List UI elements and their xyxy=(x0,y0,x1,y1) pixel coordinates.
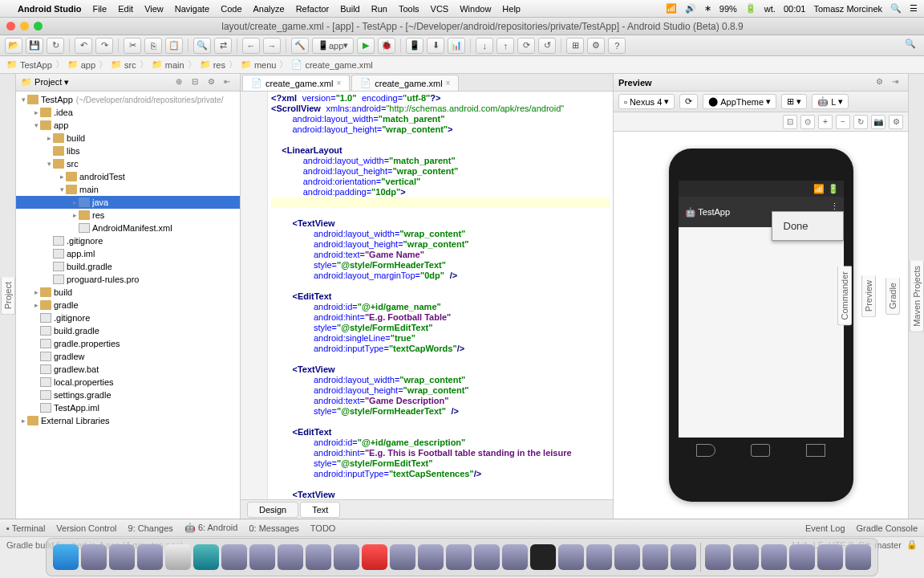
tool-commander[interactable]: Commander xyxy=(837,267,852,326)
debug-button[interactable]: 🐞 xyxy=(378,38,395,54)
crumb-project[interactable]: 📁 TestApp xyxy=(6,59,52,70)
zoom-fit-icon[interactable]: ⊡ xyxy=(783,115,797,129)
hide-preview-icon[interactable]: ⇥ xyxy=(892,77,903,88)
tree-item[interactable]: local.properties xyxy=(16,376,240,389)
text-tab[interactable]: Text xyxy=(300,502,340,518)
dock-photobooth[interactable] xyxy=(446,544,472,570)
copy-button[interactable]: ⎘ xyxy=(144,38,162,54)
tree-item[interactable]: build.gradle xyxy=(16,260,240,273)
dock-appstore[interactable] xyxy=(137,544,163,570)
find-button[interactable]: 🔍 xyxy=(193,38,211,54)
tool-maven[interactable]: Maven Projects xyxy=(910,261,924,332)
tree-item[interactable]: app.iml xyxy=(16,247,240,260)
menu-code[interactable]: Code xyxy=(221,4,241,14)
dock-folder-1[interactable] xyxy=(761,544,787,570)
tree-item[interactable]: proguard-rules.pro xyxy=(16,273,240,286)
menu-edit[interactable]: Edit xyxy=(118,4,133,14)
spotlight-icon[interactable]: 🔍 xyxy=(890,3,902,14)
tree-item[interactable]: settings.gradle xyxy=(16,389,240,401)
dock-evernote[interactable] xyxy=(614,544,640,570)
dock-intellij[interactable] xyxy=(671,544,696,570)
run-config-dropdown[interactable]: 📱 app ▾ xyxy=(312,38,354,54)
zoom-out-icon[interactable]: − xyxy=(836,115,850,129)
avd-button[interactable]: 📱 xyxy=(406,38,424,54)
notifications-icon[interactable]: ☰ xyxy=(910,3,918,14)
dock-ibooks[interactable] xyxy=(390,544,415,570)
crumb-menu[interactable]: 📁 menu xyxy=(241,59,277,70)
tool-todo[interactable]: TODO xyxy=(310,523,336,533)
tool-android[interactable]: 🤖 6: Android xyxy=(184,523,238,533)
menu-view[interactable]: View xyxy=(144,4,164,14)
volume-icon[interactable]: 🔊 xyxy=(685,3,696,14)
device-dropdown[interactable]: ▫ Nexus 4 ▾ xyxy=(618,94,675,109)
tree-item[interactable]: ▸.idea xyxy=(16,106,240,119)
open-button[interactable]: 📂 xyxy=(5,38,22,54)
tool-vcs[interactable]: Version Control xyxy=(56,523,116,533)
bluetooth-icon[interactable]: ∗ xyxy=(704,3,711,14)
dock-itunes[interactable] xyxy=(362,544,387,570)
make-button[interactable]: 🔨 xyxy=(291,38,309,54)
tool-changes[interactable]: 9: Changes xyxy=(128,523,173,533)
search-everywhere-icon[interactable]: 🔍 xyxy=(905,39,919,53)
tool-event-log[interactable]: Event Log xyxy=(805,523,845,533)
hide-panel-icon[interactable]: ⇤ xyxy=(224,77,235,88)
tree-item[interactable]: ▾app xyxy=(16,119,240,132)
wifi-icon[interactable]: 📶 xyxy=(666,3,677,14)
tree-item[interactable]: .gitignore xyxy=(16,311,240,324)
design-tab[interactable]: Design xyxy=(247,502,298,518)
minimize-window-button[interactable] xyxy=(20,22,29,31)
tool-project[interactable]: Project xyxy=(1,277,15,315)
zoom-in-icon[interactable]: + xyxy=(818,115,833,129)
vcs-history-button[interactable]: ⟳ xyxy=(517,38,535,54)
tab-create-game-1[interactable]: 📄 create_game.xml × xyxy=(242,75,350,91)
battery-icon[interactable]: 🔋 xyxy=(745,3,756,14)
menu-analyze[interactable]: Analyze xyxy=(253,4,285,14)
tree-item[interactable]: ▸res xyxy=(16,209,240,222)
help-button[interactable]: ? xyxy=(608,38,626,54)
structure-button[interactable]: ⊞ xyxy=(566,38,584,54)
back-nav-icon[interactable] xyxy=(696,444,715,457)
dock-downloads[interactable] xyxy=(705,544,731,570)
dock-documents[interactable] xyxy=(733,544,759,570)
save-button[interactable]: 💾 xyxy=(26,38,43,54)
sync-button[interactable]: ↻ xyxy=(47,38,64,54)
dock-preferences[interactable] xyxy=(474,544,500,570)
activity-dropdown[interactable]: ⊞ ▾ xyxy=(781,94,807,109)
refresh-icon[interactable]: ↻ xyxy=(853,115,868,129)
panel-settings-icon[interactable]: ⚙ xyxy=(208,77,219,88)
collapse-all-icon[interactable]: ⊟ xyxy=(192,77,203,88)
preview-settings-icon[interactable]: ⚙ xyxy=(876,77,887,88)
tree-item[interactable]: ▸build xyxy=(16,286,240,299)
tree-item[interactable]: ▸gradle xyxy=(16,299,240,311)
tree-item[interactable]: AndroidManifest.xml xyxy=(16,222,240,234)
close-icon[interactable]: × xyxy=(336,79,341,88)
dock-trash[interactable] xyxy=(845,544,871,570)
dock-reminders[interactable] xyxy=(306,544,331,570)
menu-vcs[interactable]: VCS xyxy=(431,4,449,14)
close-window-button[interactable] xyxy=(6,22,15,31)
editor-gutter[interactable] xyxy=(241,92,268,499)
tree-item[interactable]: libs xyxy=(16,144,240,157)
project-view-dropdown[interactable]: 📁 Project ▾ xyxy=(21,77,69,88)
crumb-src[interactable]: 📁 src xyxy=(111,59,136,70)
dock-notes[interactable] xyxy=(278,544,303,570)
menu-navigate[interactable]: Navigate xyxy=(175,4,209,14)
dock-maps[interactable] xyxy=(334,544,359,570)
scroll-from-source-icon[interactable]: ⊕ xyxy=(176,77,187,88)
tool-gradle[interactable]: Gradle xyxy=(886,278,900,315)
menu-tools[interactable]: Tools xyxy=(399,4,419,14)
sdk-button[interactable]: ⬇ xyxy=(427,38,444,54)
vcs-update-button[interactable]: ↓ xyxy=(476,38,493,54)
dock-android-studio[interactable] xyxy=(642,544,668,570)
dock-launchpad[interactable] xyxy=(81,544,107,570)
orientation-button[interactable]: ⟳ xyxy=(679,94,698,109)
menu-refactor[interactable]: Refactor xyxy=(296,4,330,14)
project-tree[interactable]: ▾TestApp(~/Developer/android/repositorie… xyxy=(16,92,240,519)
paste-button[interactable]: 📋 xyxy=(165,38,183,54)
menu-run[interactable]: Run xyxy=(371,4,387,14)
replace-button[interactable]: ⇄ xyxy=(214,38,232,54)
dock-mail[interactable] xyxy=(165,544,191,570)
dock-terminal[interactable] xyxy=(530,544,556,570)
zoom-window-button[interactable] xyxy=(34,22,43,31)
tool-preview[interactable]: Preview xyxy=(861,275,876,317)
